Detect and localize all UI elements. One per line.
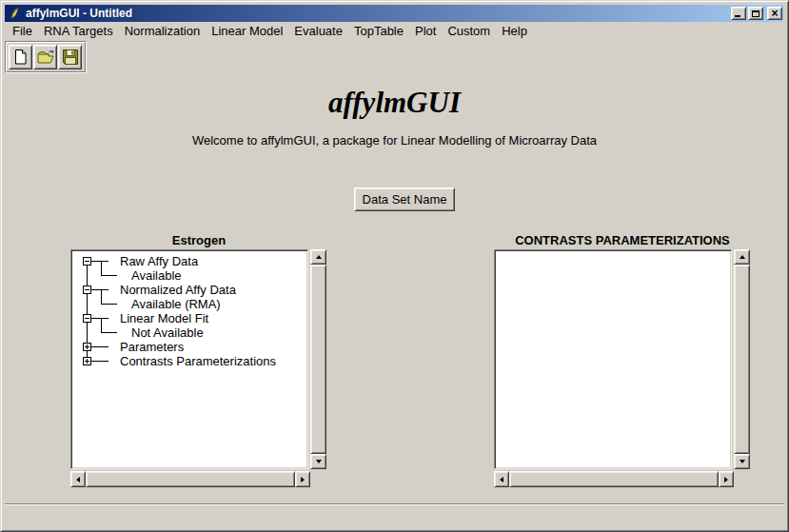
tree-item-label[interactable]: Contrasts Parameterizations xyxy=(120,354,276,368)
contrasts-listbox[interactable] xyxy=(494,249,732,469)
scroll-left-button[interactable] xyxy=(494,471,509,487)
tree-item-label[interactable]: Not Available xyxy=(131,325,204,340)
save-file-button[interactable] xyxy=(58,45,82,69)
menu-item-normalization[interactable]: Normalization xyxy=(119,23,206,39)
open-folder-icon xyxy=(36,49,55,66)
titlebar[interactable]: affylmGUI - Untitled × xyxy=(5,5,784,22)
window-controls: × xyxy=(729,7,782,20)
tree-connector-line xyxy=(91,289,108,290)
new-document-icon xyxy=(12,49,29,66)
menu-item-plot[interactable]: Plot xyxy=(409,23,442,39)
contrasts-horizontal-scrollbar[interactable] xyxy=(494,471,734,487)
tree-expand-toggle[interactable] xyxy=(83,314,91,323)
maximize-icon xyxy=(752,10,759,17)
arrow-right-icon xyxy=(301,477,305,483)
minimize-button[interactable] xyxy=(731,7,746,20)
main-content: affylmGUI Welcome to affylmGUI, a packag… xyxy=(5,40,784,504)
horizontal-scrollbar-thumb[interactable] xyxy=(509,471,719,487)
scroll-right-button[interactable] xyxy=(719,471,734,487)
minus-icon xyxy=(85,261,89,262)
status-tree-horizontal-scrollbar[interactable] xyxy=(70,471,310,487)
status-tree-vertical-scrollbar[interactable] xyxy=(310,249,326,469)
contrasts-header: CONTRASTS PARAMETERIZATIONS xyxy=(494,233,751,247)
tree-connector-line xyxy=(101,275,117,276)
menu-item-toptable[interactable]: TopTable xyxy=(348,23,409,39)
arrow-left-icon xyxy=(500,477,503,483)
tree-item-label[interactable]: Parameters xyxy=(120,340,184,354)
tree-item-label[interactable]: Raw Affy Data xyxy=(120,254,198,268)
maximize-button[interactable] xyxy=(748,7,763,20)
arrow-left-icon xyxy=(76,477,80,483)
tree-expand-toggle[interactable] xyxy=(83,286,91,294)
arrow-right-icon xyxy=(724,477,728,483)
application-window: affylmGUI - Untitled × FileRNA TargetsNo… xyxy=(0,0,789,532)
scroll-up-button[interactable] xyxy=(310,249,326,265)
contrasts-vertical-scrollbar[interactable] xyxy=(734,249,750,469)
menu-item-custom[interactable]: Custom xyxy=(442,23,496,39)
contrasts-list xyxy=(496,251,730,467)
arrow-down-icon xyxy=(740,460,745,463)
scroll-right-button[interactable] xyxy=(295,471,310,487)
tree-item-label[interactable]: Linear Model Fit xyxy=(120,311,208,325)
minimize-icon xyxy=(735,15,740,17)
tree-connector-line xyxy=(101,332,117,333)
tree-connector-line xyxy=(91,361,108,362)
new-file-button[interactable] xyxy=(9,45,32,69)
status-panel: Estrogen Raw Affy DataAvailableNormalize… xyxy=(70,233,327,488)
data-set-name-button[interactable]: Data Set Name xyxy=(354,187,455,211)
tree-item-label[interactable]: Available (RMA) xyxy=(131,297,221,311)
arrow-up-icon xyxy=(740,255,745,259)
tree-item-label[interactable]: Available xyxy=(131,268,182,283)
arrow-down-icon xyxy=(316,460,322,463)
scroll-left-button[interactable] xyxy=(70,471,86,487)
status-strip xyxy=(5,504,784,527)
tree-connector-line xyxy=(91,346,108,347)
dataset-name-header: Estrogen xyxy=(70,233,327,247)
status-tree-listbox[interactable]: Raw Affy DataAvailableNormalized Affy Da… xyxy=(70,249,308,469)
menu-item-file[interactable]: File xyxy=(7,23,38,39)
menu-item-evaluate[interactable]: Evaluate xyxy=(288,23,348,39)
tree-item-label[interactable]: Normalized Affy Data xyxy=(120,283,236,297)
toolbar-inner xyxy=(6,42,86,72)
tree-connector-line xyxy=(101,289,102,304)
menu-item-help[interactable]: Help xyxy=(496,23,533,39)
status-tree: Raw Affy DataAvailableNormalized Affy Da… xyxy=(72,251,306,467)
vertical-scrollbar-thumb[interactable] xyxy=(734,265,750,454)
tree-expand-toggle[interactable] xyxy=(83,257,91,266)
window-title: affylmGUI - Untitled xyxy=(26,7,132,20)
welcome-text: Welcome to affylmGUI, a package for Line… xyxy=(5,133,784,148)
scroll-up-button[interactable] xyxy=(734,249,750,265)
tree-expand-toggle[interactable] xyxy=(83,357,91,365)
open-file-button[interactable] xyxy=(33,45,57,69)
feather-icon xyxy=(7,6,22,21)
close-icon: × xyxy=(771,9,778,18)
toolbar xyxy=(5,41,87,73)
close-button[interactable]: × xyxy=(767,7,782,20)
tree-expand-toggle[interactable] xyxy=(83,343,91,351)
minus-icon xyxy=(85,289,89,290)
scroll-down-button[interactable] xyxy=(734,454,750,469)
tree-connector-line xyxy=(101,304,117,305)
arrow-up-icon xyxy=(316,255,322,259)
minus-icon xyxy=(85,318,89,319)
plus-icon-vertical xyxy=(87,359,88,364)
tree-connector-line xyxy=(91,261,108,262)
tree-connector-line xyxy=(91,318,108,319)
menubar: FileRNA TargetsNormalizationLinear Model… xyxy=(5,22,784,40)
plus-icon-vertical xyxy=(87,345,88,349)
vertical-scrollbar-thumb[interactable] xyxy=(310,265,326,454)
menu-item-rna-targets[interactable]: RNA Targets xyxy=(38,23,119,39)
save-floppy-icon xyxy=(62,49,79,66)
menu-item-linear-model[interactable]: Linear Model xyxy=(206,23,288,39)
contrasts-panel: CONTRASTS PARAMETERIZATIONS xyxy=(494,233,751,488)
app-title: affylmGUI xyxy=(5,86,784,120)
tree-connector-line xyxy=(101,318,102,332)
horizontal-scrollbar-thumb[interactable] xyxy=(86,471,295,487)
scroll-down-button[interactable] xyxy=(310,454,326,469)
tree-connector-line xyxy=(101,261,102,275)
